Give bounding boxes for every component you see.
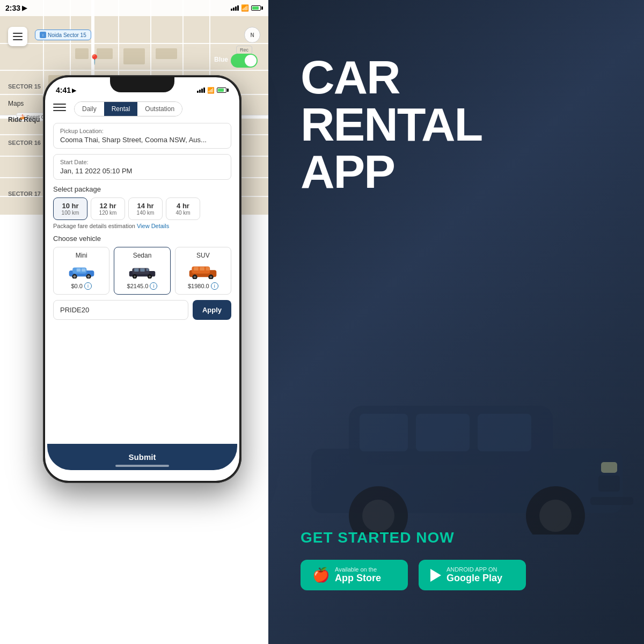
- hero-title-rental: RENTAL: [301, 101, 623, 148]
- svg-rect-15: [140, 268, 144, 272]
- cta-text: GET STARTED NOW: [301, 529, 623, 546]
- view-details-link[interactable]: View Details: [137, 223, 169, 229]
- phone-signal-icon: [197, 87, 205, 93]
- pkg-12hr-km: 120 km: [97, 210, 119, 216]
- car-illustration: [279, 363, 644, 537]
- map-status-icons: 📶: [231, 4, 263, 12]
- map-toggle[interactable]: [231, 54, 258, 68]
- pkg-14hr-km: 140 km: [134, 210, 157, 216]
- vehicle-suv-img: [187, 261, 219, 280]
- svg-rect-23: [194, 267, 198, 270]
- sector-16-label: SECTOR 16: [8, 140, 41, 146]
- start-date-value: Jan, 11 2022 05:10 PM: [60, 167, 224, 175]
- google-play-button[interactable]: ANDROID APP ON Google Play: [419, 560, 526, 590]
- google-play-small: ANDROID APP ON: [447, 566, 502, 573]
- toggle-thumb: [245, 55, 257, 67]
- phone-inner: 4:41 ▶ 📶: [45, 77, 239, 481]
- right-side: CAR RENTAL APP GET STARTED NOW 🍎 Availab…: [268, 0, 644, 644]
- map-status-bar: 2:33 ▶ 📶: [0, 0, 268, 16]
- map-time: 2:33: [5, 4, 20, 12]
- promo-input[interactable]: PRIDE20: [53, 300, 188, 320]
- pickup-value: Cooma Thai, Sharp Street, Cooma NSW, Aus…: [60, 136, 224, 144]
- vehicle-suv[interactable]: SUV: [175, 247, 231, 295]
- sector-15-label: SECTOR 15: [8, 83, 41, 90]
- pickup-field[interactable]: Pickup Location: Cooma Thai, Sharp Stree…: [53, 123, 231, 149]
- home-indicator: [115, 465, 169, 467]
- apply-button[interactable]: Apply: [193, 300, 231, 320]
- start-date-field[interactable]: Start Date: Jan, 11 2022 05:10 PM: [53, 154, 231, 180]
- phone-status-icons: 📶: [197, 87, 229, 94]
- submit-bar[interactable]: Submit: [47, 444, 237, 470]
- packages-row: 10 hr 100 km 12 hr 120 km 14 hr 140 km: [53, 197, 231, 220]
- svg-point-5: [87, 275, 90, 277]
- svg-point-11: [134, 275, 136, 277]
- package-14hr[interactable]: 14 hr 140 km: [128, 197, 163, 220]
- maps-label: Maps: [8, 100, 24, 107]
- svg-rect-7: [82, 268, 85, 272]
- store-buttons: 🍎 Available on the App Store ANDROID APP…: [301, 560, 623, 590]
- battery-icon: [251, 5, 263, 11]
- svg-rect-16: [146, 268, 149, 271]
- location-icon: i: [40, 32, 46, 38]
- vehicle-sedan-name: Sedan: [118, 252, 166, 259]
- tab-daily[interactable]: Daily: [75, 102, 104, 116]
- tab-bar: Daily Rental Outstation: [53, 101, 231, 116]
- app-store-button[interactable]: 🍎 Available on the App Store: [301, 560, 408, 590]
- app-store-small: Available on the: [335, 566, 381, 573]
- hero-title-car: CAR: [301, 54, 623, 101]
- wifi-icon: 📶: [241, 4, 249, 12]
- package-12hr[interactable]: 12 hr 120 km: [91, 197, 125, 220]
- pkg-14hr-hours: 14 hr: [134, 202, 157, 210]
- tab-outstation[interactable]: Outstation: [137, 102, 182, 116]
- phone-time: 4:41: [56, 86, 71, 94]
- pkg-10hr-km: 100 km: [59, 210, 82, 216]
- mini-info-icon[interactable]: i: [84, 282, 92, 290]
- package-10hr[interactable]: 10 hr 100 km: [53, 197, 87, 220]
- vehicle-sedan-price: $2145.0 i: [118, 282, 166, 290]
- ride-request-label: Ride Requ: [8, 116, 40, 123]
- vehicle-mini-img: [65, 261, 98, 280]
- vehicle-mini[interactable]: Mini: [53, 247, 109, 295]
- cta-section: GET STARTED NOW 🍎 Available on the App S…: [301, 529, 623, 590]
- start-date-label: Start Date:: [60, 159, 224, 165]
- phone-notch: [110, 77, 174, 92]
- svg-point-34: [539, 500, 572, 532]
- svg-rect-28: [360, 414, 408, 451]
- svg-point-3: [73, 275, 76, 277]
- tab-group: Daily Rental Outstation: [74, 101, 182, 116]
- phone-mockup: 4:41 ▶ 📶: [43, 75, 241, 483]
- pkg-12hr-hours: 12 hr: [97, 202, 119, 210]
- location-pin: 📍: [89, 54, 100, 65]
- play-icon: [430, 569, 441, 582]
- left-side: 2:33 ▶ 📶: [0, 0, 268, 644]
- vehicle-suv-price: $1980.0 i: [179, 282, 228, 290]
- sector-17-label: SECTOR 17: [8, 191, 41, 197]
- noida-sector-badge: i Noida Sector 15: [35, 30, 91, 40]
- phone-menu-button[interactable]: [53, 104, 66, 114]
- svg-rect-36: [598, 475, 620, 492]
- svg-rect-6: [76, 268, 80, 272]
- svg-rect-14: [134, 268, 138, 272]
- vehicle-sedan-img: [126, 261, 158, 280]
- pickup-label: Pickup Location:: [60, 128, 224, 134]
- vehicle-mini-price: $0.0 i: [57, 282, 106, 290]
- sedan-info-icon[interactable]: i: [150, 282, 157, 290]
- apple-icon: 🍎: [312, 567, 330, 583]
- tab-rental[interactable]: Rental: [104, 102, 138, 116]
- svg-rect-24: [200, 267, 204, 270]
- google-play-text: ANDROID APP ON Google Play: [447, 566, 502, 584]
- phone-wifi-icon: 📶: [207, 87, 215, 94]
- svg-point-13: [149, 275, 151, 277]
- page-container: 2:33 ▶ 📶: [0, 0, 644, 644]
- app-store-text: Available on the App Store: [335, 566, 381, 584]
- google-play-large: Google Play: [447, 573, 502, 584]
- package-4hr[interactable]: 4 hr 40 km: [166, 197, 200, 220]
- svg-point-20: [194, 275, 196, 278]
- signal-icon: [231, 5, 239, 11]
- phone-battery-icon: [217, 87, 229, 93]
- map-menu-button[interactable]: [8, 27, 27, 46]
- map-compass: N: [244, 27, 260, 43]
- promo-row: PRIDE20 Apply: [53, 300, 231, 320]
- suv-info-icon[interactable]: i: [211, 282, 218, 290]
- vehicle-sedan[interactable]: Sedan: [114, 247, 170, 295]
